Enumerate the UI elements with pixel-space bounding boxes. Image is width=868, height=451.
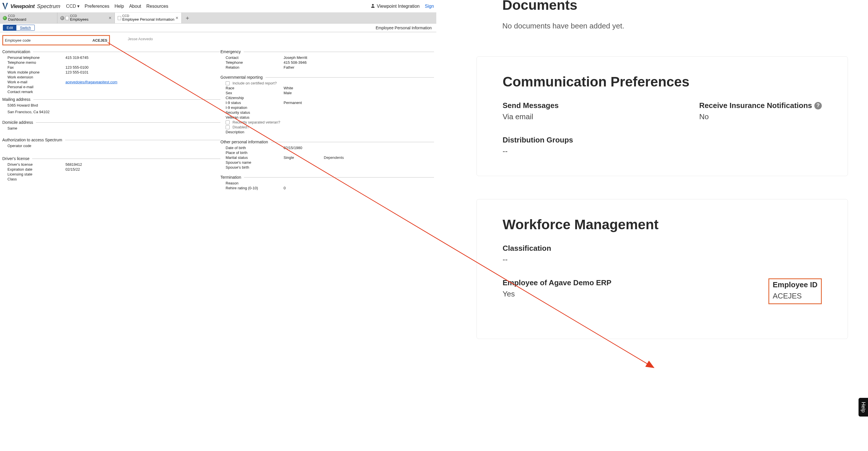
workforce-heading: Workforce Management — [503, 217, 822, 232]
nav-preferences[interactable]: Preferences — [85, 4, 110, 9]
right-column: Emergency ContactJoseph Merritt Telephon… — [220, 47, 434, 191]
label-license-class: Class — [2, 177, 65, 181]
label-work-mobile: Work mobile phone — [2, 70, 65, 75]
section-emergency: Emergency — [220, 49, 434, 54]
value-description — [284, 130, 434, 134]
label-dob: Date of birth — [220, 146, 284, 150]
svg-marker-0 — [2, 3, 5, 10]
label-emergency-contact: Contact — [220, 55, 284, 60]
checkbox-disabled[interactable] — [226, 125, 229, 129]
label-security-status: Security status — [220, 110, 284, 115]
tab-dashboard[interactable]: CCD Dashboard — [0, 12, 57, 23]
switch-button[interactable]: Switch — [17, 25, 34, 30]
work-email-link[interactable]: acevedojes@agaveapitest.com — [65, 80, 117, 84]
value-emergency-contact: Joseph Merritt — [284, 55, 434, 60]
topbar: Viewpoint Spectrum. CCD ▾ Preferences He… — [0, 0, 436, 12]
section-auth: Authorization to access Spectrum — [2, 138, 220, 142]
checkbox-certified-report[interactable] — [226, 81, 229, 85]
value-spouse-birth — [284, 165, 434, 169]
tab-strip: CCD Dashboard CCD Employees ✕ CCD Employ… — [0, 12, 436, 24]
field-receive-insurance: Receive Insurance Notifications ? No — [699, 101, 822, 121]
nav-about[interactable]: About — [129, 4, 141, 9]
nav-resources[interactable]: Resources — [146, 4, 168, 9]
label-veteran-status: Veteran status — [220, 115, 284, 119]
value-license-expiration: 02/15/22 — [65, 167, 220, 171]
label-sex: Sex — [220, 91, 284, 95]
label-licensing-state: Licensing state — [2, 172, 65, 176]
label-termination-reason: Reason — [220, 181, 284, 185]
help-icon[interactable]: ? — [814, 102, 822, 109]
tab-label: Dashboard — [8, 18, 26, 22]
section-license: Driver's license — [2, 156, 220, 161]
label-race: Race — [220, 86, 284, 90]
employee-code-label: Employee code — [5, 38, 48, 43]
value-contact-remark — [65, 90, 220, 94]
tab-employees[interactable]: CCD Employees ✕ — [57, 12, 115, 23]
page-icon — [65, 16, 69, 20]
close-icon[interactable]: ✕ — [108, 16, 112, 20]
page-icon — [118, 16, 121, 20]
field-employee-of: Employee of Agave Demo ERP Yes — [503, 278, 611, 304]
status-dot-icon — [60, 16, 64, 20]
value-employee-of: Yes — [503, 289, 611, 299]
value-send-messages: Via email — [503, 112, 559, 121]
documents-heading: Documents — [502, 0, 848, 13]
label-spouse-birth: Spouse's birth — [220, 165, 284, 169]
edit-button[interactable]: Edit — [3, 25, 17, 30]
value-dob: 02/15/1980 — [284, 146, 434, 150]
label-telephone-memo: Telephone memo — [2, 60, 65, 65]
logo-icon — [2, 3, 8, 10]
label-work-extension: Work extension — [2, 75, 65, 79]
label-employee-of: Employee of Agave Demo ERP — [503, 278, 611, 287]
content: Employee code ACEJES Jesse Acevedo Commu… — [0, 32, 436, 193]
section-gov-reporting: Governmental reporting — [220, 75, 434, 80]
label-recently-separated: Recently separated veteran? — [232, 120, 280, 124]
new-tab-button[interactable]: ＋ — [182, 12, 193, 23]
field-distribution-groups: Distribution Groups -- — [503, 136, 822, 156]
svg-marker-1 — [5, 3, 8, 10]
label-emergency-telephone: Telephone — [220, 60, 284, 65]
page-title: Employee Personal Information — [376, 26, 436, 30]
value-license-class — [65, 177, 220, 181]
value-distribution-groups: -- — [503, 147, 822, 156]
label-receive-insurance: Receive Insurance Notifications — [699, 101, 812, 110]
tab-employee-personal-information[interactable]: CCD Employee Personal Information ✕ — [115, 12, 182, 23]
label-description: Description — [220, 130, 284, 134]
label-rehire-rating: Rehire rating (0-10) — [220, 186, 284, 190]
label-marital-status: Marital status — [220, 156, 284, 160]
nav-help[interactable]: Help — [115, 4, 124, 9]
help-tab[interactable]: Help — [859, 398, 868, 417]
company-dropdown[interactable]: CCD ▾ — [66, 3, 80, 9]
mailing-line2: San Francisco, Ca 94102 — [2, 110, 50, 114]
label-i9-expiration: I-9 expiration — [220, 106, 284, 110]
value-termination-reason — [284, 181, 434, 185]
label-license-number: Driver's license — [2, 162, 65, 167]
value-classification: -- — [503, 255, 822, 264]
value-veteran-status — [284, 115, 434, 119]
app-logo: Viewpoint Spectrum. — [2, 3, 61, 10]
user-menu[interactable]: Viewpoint Integration — [371, 3, 420, 9]
comm-prefs-heading: Communication Preferences — [503, 74, 822, 90]
label-work-email: Work e-mail — [2, 80, 65, 84]
user-name: Viewpoint Integration — [377, 4, 420, 9]
value-rehire-rating: 0 — [284, 186, 434, 190]
section-other-personal: Other personal information — [220, 140, 434, 144]
tab-label: Employees — [70, 18, 88, 22]
label-citizenship: Citizenship — [220, 96, 284, 100]
label-personal-telephone: Personal telephone — [2, 55, 65, 60]
checkbox-recently-separated[interactable] — [226, 120, 229, 124]
value-work-mobile: 123 555-0101 — [65, 70, 220, 75]
label-send-messages: Send Messages — [503, 101, 559, 110]
label-classification: Classification — [503, 244, 822, 253]
mailing-line1: 5365 Howard Blvd — [2, 103, 65, 107]
svg-point-2 — [372, 4, 374, 6]
signout-link[interactable]: Sign — [425, 4, 434, 9]
value-spouse-name — [284, 160, 434, 165]
label-fax: Fax — [2, 65, 65, 69]
card-communication-preferences: Communication Preferences Send Messages … — [476, 56, 848, 176]
close-icon[interactable]: ✕ — [175, 16, 179, 20]
value-employee-id: ACEJES — [773, 291, 817, 301]
section-domicile: Domicile address — [2, 120, 220, 125]
value-operator-code — [65, 144, 220, 148]
section-termination: Termination — [220, 175, 434, 179]
